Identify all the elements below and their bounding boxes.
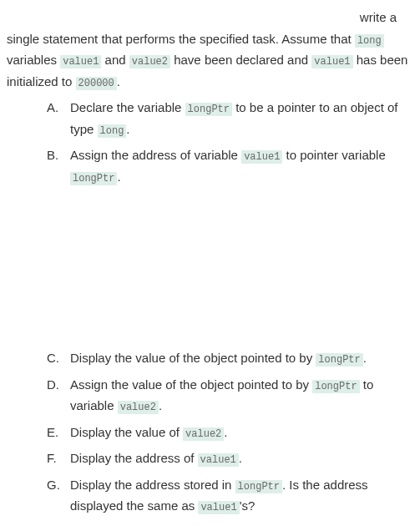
item-text: . (363, 351, 367, 365)
code-longptr: longPtr (312, 380, 359, 393)
item-text: Assign the value of the object pointed t… (70, 377, 312, 392)
item-marker: D. (47, 374, 59, 396)
code-value1: value1 (60, 55, 101, 68)
list-item: C. Display the value of the object point… (47, 347, 413, 369)
intro-paragraph: write a single statement that performs t… (7, 7, 413, 92)
list-item: B. Assign the address of variable value1… (47, 144, 413, 187)
spacer (47, 192, 413, 342)
intro-text: . (117, 74, 120, 88)
item-text: . (159, 398, 162, 412)
code-longptr: longPtr (235, 480, 282, 493)
list-item: D. Assign the value of the object pointe… (47, 374, 413, 417)
intro-line1: write a (7, 7, 413, 28)
list-item: F. Display the address of value1. (47, 448, 413, 469)
code-value2: value2 (183, 427, 224, 441)
item-marker: F. (47, 448, 57, 469)
code-longptr: longPtr (185, 103, 232, 116)
item-text: . (117, 169, 120, 184)
item-text: . (239, 451, 242, 465)
item-marker: A. (47, 97, 58, 119)
code-value2: value2 (129, 55, 170, 68)
item-text: Assign the address of variable (70, 148, 241, 162)
item-text: Display the value of the object pointed … (70, 351, 316, 365)
list-item: A. Declare the variable longPtr to be a … (47, 97, 413, 139)
item-text: to pointer variable (282, 148, 385, 162)
item-text: 's? (240, 498, 256, 513)
code-longptr: longPtr (316, 353, 362, 367)
intro-line2: single statement that performs the speci… (7, 28, 413, 93)
code-value2: value2 (118, 401, 159, 414)
item-text: Declare the variable (70, 100, 185, 114)
code-long: long (98, 124, 127, 138)
item-text: Display the address of (70, 451, 198, 465)
item-marker: E. (47, 422, 58, 443)
code-value1: value1 (198, 501, 239, 514)
intro-text: and (101, 53, 129, 67)
code-value1: value1 (198, 453, 239, 467)
item-marker: B. (47, 144, 58, 166)
code-value1: value1 (241, 150, 282, 164)
list-item: E. Display the value of value2. (47, 422, 413, 443)
code-longptr: longPtr (70, 172, 117, 185)
code-200000: 200000 (76, 77, 117, 90)
intro-text: single statement that performs the speci… (7, 32, 355, 46)
item-text: . (126, 122, 129, 136)
intro-text: have been declared and (170, 53, 311, 67)
item-text: Display the address stored in (70, 478, 235, 492)
code-long: long (355, 34, 384, 48)
code-value1: value1 (311, 55, 352, 68)
task-list: A. Declare the variable longPtr to be a … (7, 97, 413, 517)
list-item: G. Display the address stored in longPtr… (47, 474, 413, 517)
item-text: Display the value of (70, 425, 183, 439)
item-marker: G. (47, 474, 60, 496)
item-marker: C. (47, 347, 59, 369)
intro-text: variables (7, 53, 60, 67)
item-text: . (224, 425, 227, 439)
